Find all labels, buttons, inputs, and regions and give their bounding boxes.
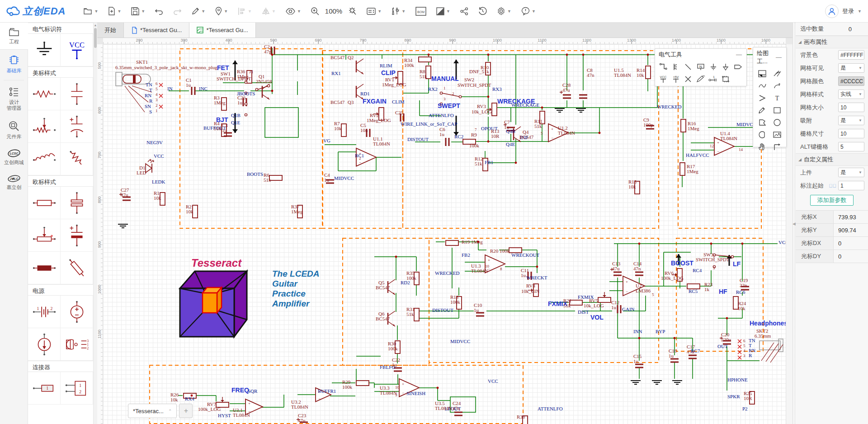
schematic-label[interactable]: HF bbox=[719, 288, 727, 295]
symbol-ground[interactable] bbox=[28, 34, 61, 66]
schematic-label[interactable]: TL084N bbox=[720, 136, 737, 141]
ground-tool-icon[interactable] bbox=[707, 61, 720, 73]
schematic-label[interactable]: 220u bbox=[721, 337, 731, 342]
schematic-label[interactable]: HYST bbox=[218, 413, 231, 418]
sidebar-item-project[interactable]: 工程 bbox=[0, 23, 28, 50]
schematic-label[interactable]: 51k bbox=[534, 123, 542, 129]
schematic-label[interactable]: RX3 bbox=[492, 86, 502, 92]
schematic-label[interactable]: 100k bbox=[404, 62, 415, 68]
pencil-tool-icon[interactable] bbox=[755, 104, 770, 116]
sidebar-item-component-library[interactable]: 元件库 bbox=[0, 116, 28, 144]
schematic-label[interactable]: 51k bbox=[406, 311, 414, 317]
add-sheet-button[interactable]: + bbox=[179, 404, 193, 418]
schematic-label[interactable]: INN bbox=[633, 329, 642, 334]
schematic-label[interactable]: OUT bbox=[717, 344, 728, 349]
schematic-label[interactable]: CLIM bbox=[392, 99, 405, 104]
schematic-label[interactable]: RV4 bbox=[526, 283, 535, 288]
schematic-label[interactable]: 10R bbox=[491, 133, 500, 139]
new-file-button[interactable]: ▼ bbox=[105, 5, 124, 17]
schematic-label[interactable]: 6.35mm bbox=[755, 333, 771, 339]
schematic-label[interactable]: Q3 bbox=[348, 99, 354, 105]
symbol-battery[interactable]: 12 bbox=[28, 296, 61, 328]
schematic-label[interactable]: 1u bbox=[237, 100, 243, 105]
schematic-label[interactable]: 1u bbox=[392, 362, 397, 367]
schematic-label[interactable]: Q2 bbox=[348, 55, 354, 60]
schematic-label[interactable]: 1u bbox=[669, 353, 674, 358]
schematic-label[interactable]: TL084N bbox=[373, 141, 390, 146]
login-link[interactable]: 登录 bbox=[842, 7, 854, 15]
schematic-label[interactable]: BUFFR1 bbox=[318, 388, 336, 394]
schematic-label[interactable]: 1Meg bbox=[237, 74, 249, 79]
schematic-label[interactable]: 22n bbox=[740, 283, 747, 288]
schematic-label[interactable]: 1u bbox=[474, 307, 479, 313]
schematic-label[interactable]: FXGAIN bbox=[363, 98, 387, 105]
schematic-label[interactable]: 10k bbox=[637, 72, 644, 78]
schematic-label[interactable]: LF bbox=[733, 260, 741, 268]
schematic-label[interactable]: RLIM bbox=[380, 63, 392, 68]
schematic-label[interactable]: FREQ bbox=[231, 386, 249, 394]
schematic-label[interactable]: 100p bbox=[643, 122, 654, 127]
schematic-label[interactable]: R19 1Meg bbox=[462, 239, 483, 245]
schematic-label[interactable]: BC547 bbox=[330, 55, 345, 60]
schematic-label[interactable]: VCC bbox=[778, 240, 786, 245]
sheet-tab[interactable]: *Tesserac... ⌃ bbox=[128, 404, 177, 418]
grid-style-select[interactable]: 实线▼ bbox=[838, 90, 864, 99]
schematic-label[interactable]: R20 100k bbox=[490, 248, 510, 254]
schematic-label[interactable]: S bbox=[149, 109, 152, 114]
symbol-resistor-diagonal-us[interactable] bbox=[61, 143, 93, 175]
schematic-label[interactable]: SKT1 bbox=[136, 59, 148, 65]
schematic-label[interactable]: TL084N bbox=[558, 130, 575, 136]
no-connect-tool-icon[interactable] bbox=[682, 73, 694, 85]
schematic-label[interactable]: DIST bbox=[578, 309, 589, 315]
symbol-capacitor-eu[interactable] bbox=[61, 187, 93, 219]
symbol-inductor-us[interactable] bbox=[28, 143, 61, 175]
schematic-label[interactable]: 10 bbox=[485, 264, 490, 269]
schematic-label[interactable]: 7 bbox=[475, 127, 477, 132]
schematic-label[interactable]: 47u bbox=[612, 266, 620, 271]
probe-tool-icon[interactable] bbox=[694, 73, 707, 85]
sidebar-item-basic-library[interactable]: 基础库 bbox=[0, 50, 28, 78]
place-select[interactable]: 是▼ bbox=[838, 168, 864, 177]
schematic-label[interactable]: 2 bbox=[452, 91, 454, 96]
locate-tool-button[interactable]: ▼ bbox=[212, 5, 231, 17]
symbol-audio-jack[interactable]: 312 bbox=[61, 328, 93, 361]
redo-button[interactable] bbox=[170, 6, 184, 17]
schematic-label[interactable]: 10R bbox=[744, 396, 752, 401]
wire-tool-icon[interactable] bbox=[657, 61, 670, 73]
custom-properties-section[interactable]: ◢ 自定义属性 bbox=[796, 153, 868, 166]
schematic-label[interactable]: C25 bbox=[395, 110, 404, 115]
schematic-label[interactable]: 1k bbox=[704, 287, 710, 292]
section-us-style[interactable]: 美标样式 bbox=[28, 66, 93, 78]
schematic-label[interactable]: LM386 bbox=[636, 288, 651, 293]
schematic-label[interactable]: 10k bbox=[170, 397, 178, 402]
schematic-label[interactable]: P2 bbox=[742, 406, 748, 411]
minimize-icon[interactable]: — bbox=[775, 55, 783, 60]
schematic-label[interactable]: 47p bbox=[264, 49, 272, 54]
schematic-label[interactable]: 1Meg bbox=[214, 100, 226, 105]
schematic-label[interactable]: IN bbox=[167, 86, 173, 91]
app-logo[interactable]: 立创EDA bbox=[6, 5, 66, 18]
schematic-label[interactable]: SWITCH_SPDT bbox=[458, 82, 491, 88]
arrow-tool-icon[interactable] bbox=[755, 92, 770, 104]
schematic-label[interactable]: 51k bbox=[563, 303, 571, 308]
schematic-label[interactable]: DNF_51k bbox=[469, 69, 490, 74]
undo-button[interactable] bbox=[152, 6, 166, 17]
canvas-vertical-scrollbar[interactable] bbox=[786, 44, 793, 424]
schematic-label[interactable]: MIDVCC bbox=[334, 175, 354, 181]
symbol-resistor-us[interactable] bbox=[28, 78, 61, 110]
snap-select[interactable]: 是▼ bbox=[838, 116, 864, 125]
schematic-label[interactable]: R bbox=[749, 353, 752, 358]
schematic-label[interactable]: 100k bbox=[342, 384, 353, 390]
symbol-wizard-tool-icon[interactable] bbox=[720, 73, 732, 85]
schematic-label[interactable]: 1Meg_LOG bbox=[367, 118, 391, 123]
vcc-flag-tool-icon[interactable]: VCC bbox=[657, 73, 670, 85]
section-electrical-identifiers[interactable]: 电气标识符 bbox=[28, 23, 93, 34]
symbol-potentiometer-eu[interactable] bbox=[28, 219, 61, 252]
schematic-label[interactable]: Headphones bbox=[750, 320, 786, 327]
text-tool-icon[interactable]: T bbox=[770, 92, 785, 104]
annotation-start-input[interactable]: 1 bbox=[838, 181, 864, 190]
schematic-label[interactable]: LED bbox=[137, 170, 146, 175]
schematic-label[interactable]: SINEISH bbox=[406, 391, 425, 396]
schematic-label[interactable]: 100k_LOG bbox=[661, 275, 684, 281]
schematic-label[interactable]: Q1B bbox=[231, 113, 241, 118]
